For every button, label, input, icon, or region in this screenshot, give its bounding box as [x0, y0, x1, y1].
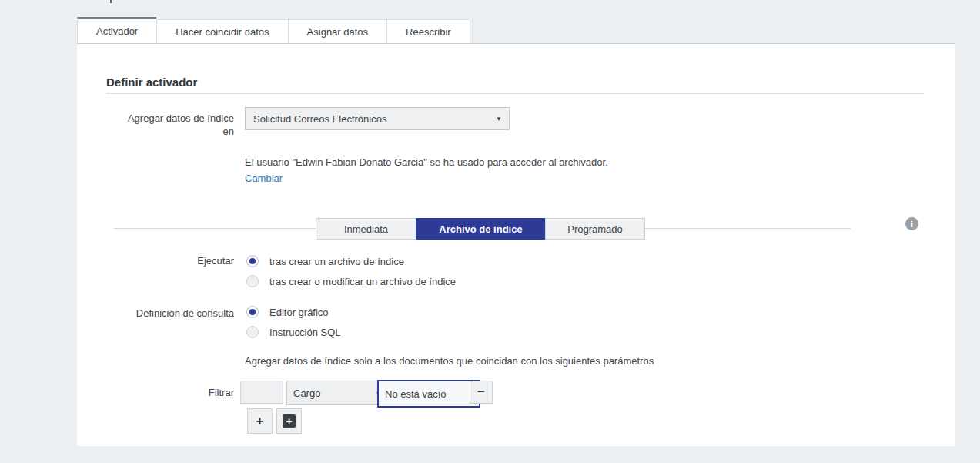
- file-cabinet-select[interactable]: Solicitud Correos Electrónicos ▼: [245, 107, 510, 130]
- tab-activador[interactable]: Activador: [77, 17, 156, 42]
- tab-label: Asignar datos: [307, 26, 369, 38]
- filter-label: Filtrar: [77, 386, 234, 399]
- tab-hacer-coincidir-datos[interactable]: Hacer coincidir datos: [156, 19, 287, 44]
- add-filter-button[interactable]: +: [247, 408, 273, 434]
- tab-asignar-datos[interactable]: Asignar datos: [288, 19, 387, 44]
- query-group-label: Definición de consulta: [77, 307, 234, 320]
- archive-select-label: Agregar datos de índice en: [77, 112, 234, 138]
- radio-after-create-index-file[interactable]: [246, 255, 259, 267]
- trigger-tab-label: Inmediata: [344, 223, 388, 235]
- tab-label: Activador: [96, 25, 138, 37]
- radio-sql-statement[interactable]: [246, 326, 259, 338]
- filter-operator-select[interactable]: No está vacío ▾: [377, 380, 480, 408]
- file-cabinet-select-value: Solicitud Correos Electrónicos: [253, 113, 386, 125]
- archive-select-label-line2: en: [223, 126, 234, 137]
- filter-field-select[interactable]: Cargo ▾: [286, 381, 386, 405]
- remove-filter-button[interactable]: −: [470, 381, 493, 404]
- user-access-text: El usuario "Edwin Fabian Donato Garcia" …: [245, 156, 608, 168]
- radio-option-label[interactable]: tras crear un archivo de índice: [269, 256, 404, 267]
- trigger-tab-label: Programado: [567, 223, 623, 235]
- change-user-link[interactable]: Cambiar: [245, 173, 283, 184]
- trigger-tab-programado[interactable]: Programado: [545, 218, 645, 240]
- radio-graphic-editor[interactable]: [246, 306, 259, 318]
- filter-field-select-value: Cargo: [293, 388, 320, 399]
- info-icon[interactable]: i: [905, 217, 918, 230]
- trigger-tab-archivo-de-indice[interactable]: Archivo de índice: [416, 218, 545, 240]
- main-tab-bar: Activador Hacer coincidir datos Asignar …: [77, 17, 470, 44]
- chevron-down-icon: ▼: [496, 116, 502, 122]
- section-divider: [106, 93, 924, 94]
- trigger-tab-inmediata[interactable]: Inmediata: [316, 218, 416, 240]
- radio-option-label[interactable]: tras crear o modificar un archivo de índ…: [269, 276, 456, 287]
- boxed-plus-icon: +: [283, 414, 296, 428]
- filter-value-input[interactable]: [240, 381, 283, 404]
- radio-option-label[interactable]: Editor gráfico: [269, 307, 329, 318]
- radio-after-create-or-modify-index-file[interactable]: [246, 275, 259, 287]
- tab-label: Reescribir: [406, 26, 451, 38]
- archive-select-label-line1: Agregar datos de índice: [128, 112, 234, 124]
- tab-strip-divider: [77, 43, 955, 44]
- content-panel: Definir activador Agregar datos de índic…: [77, 44, 955, 446]
- radio-option-label[interactable]: Instrucción SQL: [269, 327, 341, 338]
- execute-group-label: Ejecutar: [77, 254, 234, 267]
- filter-operator-select-value: No está vacío: [385, 388, 447, 400]
- trigger-tab-label: Archivo de índice: [439, 223, 522, 235]
- section-title: Definir activador: [106, 75, 197, 89]
- tab-label: Hacer coincidir datos: [176, 26, 269, 38]
- trigger-type-tabs: Inmediata Archivo de índice Programado: [316, 218, 645, 240]
- filter-note: Agregar datos de índice solo a los docum…: [245, 355, 654, 367]
- trigger-divider-left: [114, 228, 316, 229]
- add-filter-group-button[interactable]: +: [276, 408, 302, 434]
- trigger-divider-right: [645, 228, 851, 229]
- clipped-title-fragment: [110, 0, 112, 3]
- tab-reescribir[interactable]: Reescribir: [386, 19, 470, 44]
